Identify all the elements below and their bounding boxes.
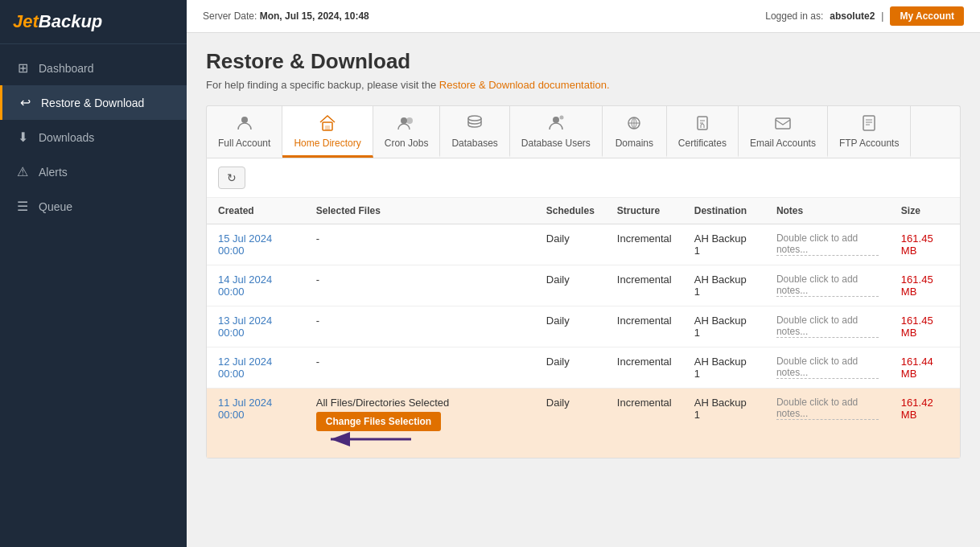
date-link[interactable]: 12 Jul 2024 00:00 — [218, 356, 272, 380]
cell-notes[interactable]: Double click to add notes... — [765, 389, 890, 459]
email-accounts-icon — [774, 114, 792, 134]
tab-home-directory[interactable]: Home Directory — [282, 106, 373, 158]
svg-point-0 — [241, 117, 248, 123]
tab-email-accounts[interactable]: Email Accounts — [739, 106, 828, 158]
svg-point-7 — [559, 116, 563, 120]
notes-editable[interactable]: Double click to add notes... — [776, 356, 879, 379]
logged-in-user: absolute2 — [830, 10, 875, 22]
page-title: Restore & Download — [206, 49, 961, 74]
logo-backup: Backup — [39, 11, 102, 31]
subtitle-prefix: For help finding a specific backup, plea… — [206, 79, 436, 91]
sidebar-item-label: Restore & Download — [41, 97, 144, 109]
cell-created[interactable]: 13 Jul 2024 00:00 — [207, 306, 305, 348]
my-account-button[interactable]: My Account — [890, 6, 964, 26]
sidebar-item-downloads[interactable]: ⬇ Downloads — [0, 120, 187, 154]
cell-destination: AH Backup 1 — [683, 389, 765, 459]
tab-certificates[interactable]: Certificates — [667, 106, 739, 158]
cell-selected-files: - — [305, 348, 535, 389]
sidebar-item-label: Dashboard — [39, 62, 94, 75]
database-users-icon — [547, 114, 565, 134]
sidebar-nav: ⊞ Dashboard ↩ Restore & Download ⬇ Downl… — [0, 44, 187, 547]
downloads-icon: ⬇ — [14, 130, 31, 145]
sidebar: JetBackup ⊞ Dashboard ↩ Restore & Downlo… — [0, 0, 187, 547]
restore-icon: ↩ — [17, 95, 33, 110]
cell-selected-files: - — [305, 224, 535, 265]
server-date-label: Server Date: — [203, 10, 257, 22]
date-link[interactable]: 15 Jul 2024 00:00 — [218, 232, 272, 257]
subtitle-link[interactable]: Restore & Download documentation. — [439, 79, 610, 91]
tab-databases[interactable]: Databases — [440, 106, 509, 158]
table-row[interactable]: 15 Jul 2024 00:00-DailyIncrementalAH Bac… — [207, 224, 960, 265]
logo-jet: Jet — [13, 11, 39, 31]
tab-full-account[interactable]: Full Account — [207, 106, 282, 158]
cell-schedules: Daily — [535, 348, 606, 389]
sidebar-item-alerts[interactable]: ⚠ Alerts — [0, 154, 187, 189]
table-row[interactable]: 12 Jul 2024 00:00-DailyIncrementalAH Bac… — [207, 348, 960, 389]
cell-notes[interactable]: Double click to add notes... — [765, 265, 890, 306]
cell-structure: Incremental — [606, 348, 683, 389]
tab-label: Full Account — [218, 138, 270, 149]
server-date-value: Mon, Jul 15, 2024, 10:48 — [260, 10, 369, 22]
change-files-selection-button[interactable]: Change Files Selection — [316, 412, 441, 431]
table-row[interactable]: 13 Jul 2024 00:00-DailyIncrementalAH Bac… — [207, 306, 960, 348]
tab-label: Cron Jobs — [385, 138, 429, 149]
table-toolbar: ↻ — [207, 158, 960, 198]
table-header-row: Created Selected Files Schedules Structu… — [207, 198, 960, 224]
date-link[interactable]: 11 Jul 2024 00:00 — [218, 397, 272, 421]
cell-structure: Incremental — [606, 224, 683, 265]
domains-icon — [625, 114, 643, 134]
notes-editable[interactable]: Double click to add notes... — [776, 274, 879, 297]
col-created: Created — [207, 198, 305, 224]
col-destination: Destination — [683, 198, 765, 224]
separator: | — [881, 10, 883, 22]
tab-ftp-accounts[interactable]: FTP Accounts — [828, 106, 911, 158]
notes-editable[interactable]: Double click to add notes... — [776, 397, 879, 420]
cell-created[interactable]: 12 Jul 2024 00:00 — [207, 348, 305, 389]
all-files-text: All Files/Directories Selected — [316, 397, 524, 409]
cell-created[interactable]: 14 Jul 2024 00:00 — [207, 265, 305, 306]
server-date: Server Date: Mon, Jul 15, 2024, 10:48 — [203, 10, 369, 22]
cell-selected-files: All Files/Directories SelectedChange Fil… — [305, 389, 535, 459]
cell-destination: AH Backup 1 — [683, 306, 765, 348]
date-link[interactable]: 13 Jul 2024 00:00 — [218, 315, 272, 339]
refresh-button[interactable]: ↻ — [218, 167, 245, 189]
tab-label: Domains — [616, 138, 653, 149]
cell-size: 161.44 MB — [890, 348, 960, 389]
col-size: Size — [890, 198, 960, 224]
alerts-icon: ⚠ — [14, 164, 31, 179]
sidebar-item-queue[interactable]: ☰ Queue — [0, 189, 187, 224]
notes-editable[interactable]: Double click to add notes... — [776, 315, 879, 338]
table-row[interactable]: 14 Jul 2024 00:00-DailyIncrementalAH Bac… — [207, 265, 960, 306]
arrow-indicator — [323, 431, 419, 447]
backup-table-container: ↻ Created Selected Files Schedules Struc… — [206, 158, 961, 459]
svg-rect-10 — [776, 118, 790, 129]
cell-created[interactable]: 15 Jul 2024 00:00 — [207, 224, 305, 265]
notes-editable[interactable]: Double click to add notes... — [776, 232, 879, 256]
sidebar-item-restore-download[interactable]: ↩ Restore & Download — [0, 85, 187, 120]
logo-text: JetBackup — [13, 11, 102, 32]
content-area: Restore & Download For help finding a sp… — [187, 33, 980, 547]
cell-created[interactable]: 11 Jul 2024 00:00 — [207, 389, 305, 459]
sidebar-item-dashboard[interactable]: ⊞ Dashboard — [0, 51, 187, 85]
col-schedules: Schedules — [535, 198, 606, 224]
cell-structure: Incremental — [606, 306, 683, 348]
tab-domains[interactable]: Domains — [603, 106, 667, 158]
tab-database-users[interactable]: Database Users — [510, 106, 603, 158]
table-row[interactable]: 11 Jul 2024 00:00All Files/Directories S… — [207, 389, 960, 459]
cell-schedules: Daily — [535, 265, 606, 306]
sidebar-item-label: Alerts — [39, 166, 68, 179]
date-link[interactable]: 14 Jul 2024 00:00 — [218, 274, 272, 298]
col-selected-files: Selected Files — [305, 198, 535, 224]
cell-schedules: Daily — [535, 224, 606, 265]
col-notes: Notes — [765, 198, 890, 224]
cell-destination: AH Backup 1 — [683, 224, 765, 265]
cell-destination: AH Backup 1 — [683, 265, 765, 306]
main-content: Server Date: Mon, Jul 15, 2024, 10:48 Lo… — [187, 0, 980, 547]
tab-label: Database Users — [521, 138, 591, 149]
cell-notes[interactable]: Double click to add notes... — [765, 348, 890, 389]
cell-destination: AH Backup 1 — [683, 348, 765, 389]
cell-notes[interactable]: Double click to add notes... — [765, 306, 890, 348]
tab-cron-jobs[interactable]: Cron Jobs — [373, 106, 441, 158]
cell-notes[interactable]: Double click to add notes... — [765, 224, 890, 265]
logged-in-label: Logged in as: — [765, 10, 823, 22]
